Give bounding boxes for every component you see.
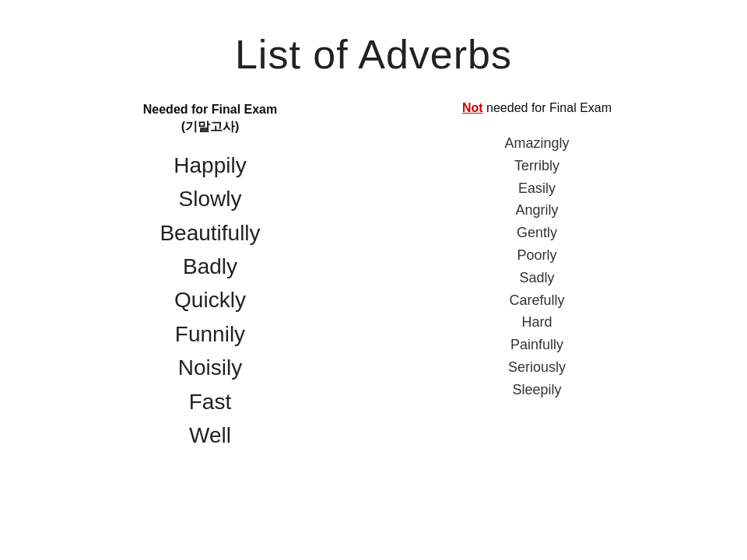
right-header-rest: needed for Final Exam [483, 101, 612, 114]
left-adverb-item: Beautifully [160, 216, 260, 250]
right-adverb-item: Amazingly [504, 132, 569, 155]
right-adverb-item: Seriously [504, 356, 569, 379]
right-adverb-item: Carefully [504, 289, 569, 312]
left-adverb-item: Badly [160, 250, 260, 283]
right-adverb-item: Gently [504, 222, 569, 244]
right-adverb-item: Hard [504, 311, 569, 334]
right-adverb-item: Angrily [504, 199, 569, 222]
right-adverb-item: Easily [504, 177, 569, 200]
left-adverb-item: Fast [160, 385, 260, 418]
right-adverb-item: Sadly [504, 267, 569, 289]
left-adverb-item: Slowly [160, 182, 260, 215]
not-word: Not [462, 101, 483, 114]
left-adverb-item: Well [160, 418, 260, 452]
right-adverbs-list: AmazinglyTerriblyEasilyAngrilyGentlyPoor… [504, 132, 569, 401]
left-adverbs-list: HappilySlowlyBeautifullyBadlyQuicklyFunn… [160, 149, 260, 453]
right-adverb-item: Terribly [504, 155, 569, 177]
right-column: Not needed for Final Exam AmazinglyTerri… [374, 101, 700, 401]
left-header-korean: (기말고사) [181, 120, 240, 133]
columns-container: Needed for Final Exam (기말고사) HappilySlow… [0, 101, 747, 452]
left-adverb-item: Funnily [160, 317, 260, 351]
left-column-header: Needed for Final Exam (기말고사) [143, 101, 278, 136]
left-column: Needed for Final Exam (기말고사) HappilySlow… [47, 101, 374, 452]
right-column-header: Not needed for Final Exam [462, 101, 612, 115]
page-title: List of Adverbs [235, 31, 512, 78]
left-adverb-item: Quickly [160, 283, 260, 317]
left-adverb-item: Happily [160, 149, 260, 182]
right-adverb-item: Poorly [504, 244, 569, 267]
right-adverb-item: Painfully [504, 334, 569, 356]
left-adverb-item: Noisily [160, 351, 260, 384]
right-adverb-item: Sleepily [504, 379, 569, 401]
left-header-line1: Needed for Final Exam [143, 103, 278, 116]
